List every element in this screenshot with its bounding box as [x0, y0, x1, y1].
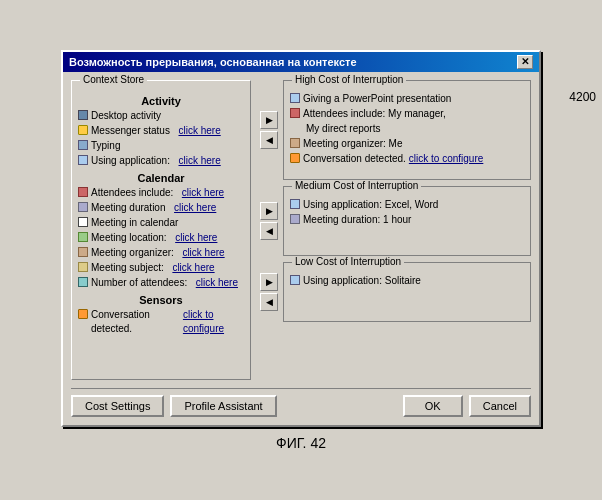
- list-item: Meeting organizer: Me: [290, 137, 524, 151]
- main-window: Возможность прерывания, основанная на ко…: [61, 50, 541, 427]
- bottom-bar: Cost Settings Profile Assistant OK Cance…: [71, 388, 531, 417]
- low-cost-label: Low Cost of Interruption: [292, 256, 404, 267]
- list-item: Attendees include: click here: [78, 186, 244, 200]
- list-item: Using application: Solitaire: [290, 274, 524, 288]
- location-icon: [78, 232, 88, 242]
- conv-detected-label: Conversation detected.: [91, 308, 180, 336]
- med-duration-label: Meeting duration: 1 hour: [303, 213, 411, 227]
- ppt-icon: [290, 93, 300, 103]
- list-item: Meeting subject: click here: [78, 261, 244, 275]
- list-item: My direct reports: [290, 122, 524, 136]
- high-conv-label: Conversation detected.: [303, 152, 406, 166]
- context-store-label: Context Store: [80, 74, 147, 85]
- low-cost-panel: Low Cost of Interruption Using applicati…: [283, 262, 531, 322]
- location-link[interactable]: click here: [175, 231, 217, 245]
- num-attendees-label: Number of attendees:: [91, 276, 193, 290]
- meeting-in-cal-icon: [78, 217, 88, 227]
- high-conv-icon: [290, 153, 300, 163]
- list-item: Using application: Excel, Word: [290, 198, 524, 212]
- low-cost-right-arrow[interactable]: ▶: [260, 273, 278, 291]
- medium-cost-right-arrow[interactable]: ▶: [260, 202, 278, 220]
- messenger-link[interactable]: click here: [178, 124, 220, 138]
- high-organizer-icon: [290, 138, 300, 148]
- ref-number: 4200: [569, 90, 596, 104]
- ok-button[interactable]: OK: [403, 395, 463, 417]
- using-app-link[interactable]: click here: [179, 154, 221, 168]
- typing-icon: [78, 140, 88, 150]
- profile-assistant-button[interactable]: Profile Assistant: [170, 395, 276, 417]
- medium-cost-arrows: ▶ ◀: [259, 186, 279, 256]
- list-item: Conversation detected. click to configur…: [290, 152, 524, 166]
- medium-cost-label: Medium Cost of Interruption: [292, 180, 421, 191]
- duration-icon: [78, 202, 88, 212]
- list-item: Number of attendees: click here: [78, 276, 244, 290]
- using-app-label: Using application:: [91, 154, 176, 168]
- low-cost-arrows: ▶ ◀: [259, 262, 279, 322]
- list-item: Meeting organizer: click here: [78, 246, 244, 260]
- low-cost-left-arrow[interactable]: ◀: [260, 293, 278, 311]
- high-cost-right-arrow[interactable]: ▶: [260, 111, 278, 129]
- med-duration-icon: [290, 214, 300, 224]
- direct-reports-label: My direct reports: [306, 122, 380, 136]
- list-item: Using application: click here: [78, 154, 244, 168]
- duration-link[interactable]: click here: [174, 201, 216, 215]
- high-cost-panel: High Cost of Interruption Giving a Power…: [283, 80, 531, 180]
- organizer-label: Meeting organizer:: [91, 246, 179, 260]
- list-item: Attendees include: My manager,: [290, 107, 524, 121]
- high-conv-link[interactable]: click to configure: [409, 152, 483, 166]
- list-item: Meeting location: click here: [78, 231, 244, 245]
- cancel-button[interactable]: Cancel: [469, 395, 531, 417]
- right-buttons: OK Cancel: [403, 395, 531, 417]
- meeting-in-cal-label: Meeting in calendar: [91, 216, 178, 230]
- list-item: Meeting duration click here: [78, 201, 244, 215]
- close-button[interactable]: ✕: [517, 55, 533, 69]
- typing-label: Typing: [91, 139, 120, 153]
- main-layout: Context Store Activity Desktop activity …: [71, 80, 531, 380]
- list-item: Giving a PowerPoint presentation: [290, 92, 524, 106]
- attendees-icon: [78, 187, 88, 197]
- desktop-activity-label: Desktop activity: [91, 109, 161, 123]
- subject-label: Meeting subject:: [91, 261, 169, 275]
- low-app-label: Using application: Solitaire: [303, 274, 421, 288]
- list-item: Typing: [78, 139, 244, 153]
- list-item: Messenger status click here: [78, 124, 244, 138]
- subject-link[interactable]: click here: [172, 261, 214, 275]
- location-label: Meeting location:: [91, 231, 172, 245]
- app-icon: [78, 155, 88, 165]
- med-app-icon: [290, 199, 300, 209]
- list-item: Meeting in calendar: [78, 216, 244, 230]
- messenger-icon: [78, 125, 88, 135]
- messenger-label: Messenger status: [91, 124, 175, 138]
- list-item: Conversation detected. click to configur…: [78, 308, 244, 336]
- organizer-link[interactable]: click here: [182, 246, 224, 260]
- conv-detected-link[interactable]: click to configure: [183, 308, 244, 336]
- high-cost-left-arrow[interactable]: ◀: [260, 131, 278, 149]
- window-body: Context Store Activity Desktop activity …: [63, 72, 539, 425]
- organizer-icon: [78, 247, 88, 257]
- subject-icon: [78, 262, 88, 272]
- context-store-panel: Context Store Activity Desktop activity …: [71, 80, 251, 380]
- activity-header: Activity: [78, 95, 244, 107]
- cost-settings-button[interactable]: Cost Settings: [71, 395, 164, 417]
- figure-caption: ФИГ. 42: [276, 435, 326, 451]
- med-app-label: Using application: Excel, Word: [303, 198, 438, 212]
- medium-cost-panel: Medium Cost of Interruption Using applic…: [283, 186, 531, 256]
- sensors-header: Sensors: [78, 294, 244, 306]
- high-cost-arrows: ▶ ◀: [259, 80, 279, 180]
- attendees-label: Attendees include:: [91, 186, 179, 200]
- left-buttons: Cost Settings Profile Assistant: [71, 395, 277, 417]
- calendar-header: Calendar: [78, 172, 244, 184]
- high-cost-label: High Cost of Interruption: [292, 74, 406, 85]
- duration-label: Meeting duration: [91, 201, 171, 215]
- conv-detected-icon: [78, 309, 88, 319]
- num-attendees-link[interactable]: click here: [196, 276, 238, 290]
- list-item: Desktop activity: [78, 109, 244, 123]
- medium-cost-left-arrow[interactable]: ◀: [260, 222, 278, 240]
- low-app-icon: [290, 275, 300, 285]
- num-attendees-icon: [78, 277, 88, 287]
- window-title: Возможность прерывания, основанная на ко…: [69, 56, 357, 68]
- attendees-link[interactable]: click here: [182, 186, 224, 200]
- desktop-icon: [78, 110, 88, 120]
- high-organizer-label: Meeting organizer: Me: [303, 137, 403, 151]
- high-attendees-icon: [290, 108, 300, 118]
